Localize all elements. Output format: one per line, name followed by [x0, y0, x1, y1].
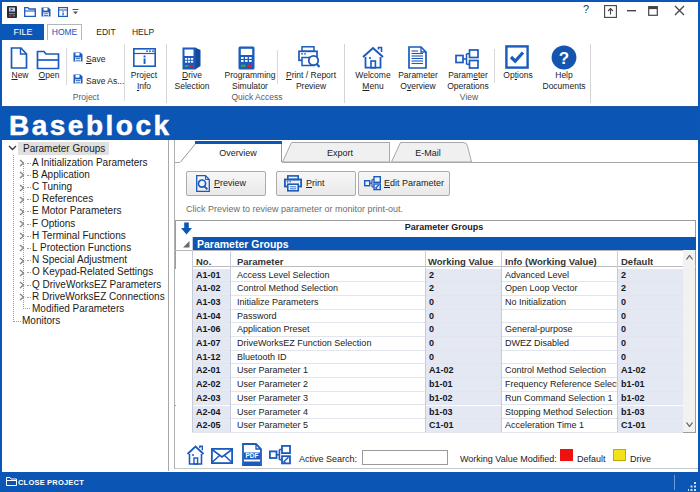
- svg-text:?: ?: [559, 49, 569, 68]
- svg-text:PDF: PDF: [246, 452, 259, 459]
